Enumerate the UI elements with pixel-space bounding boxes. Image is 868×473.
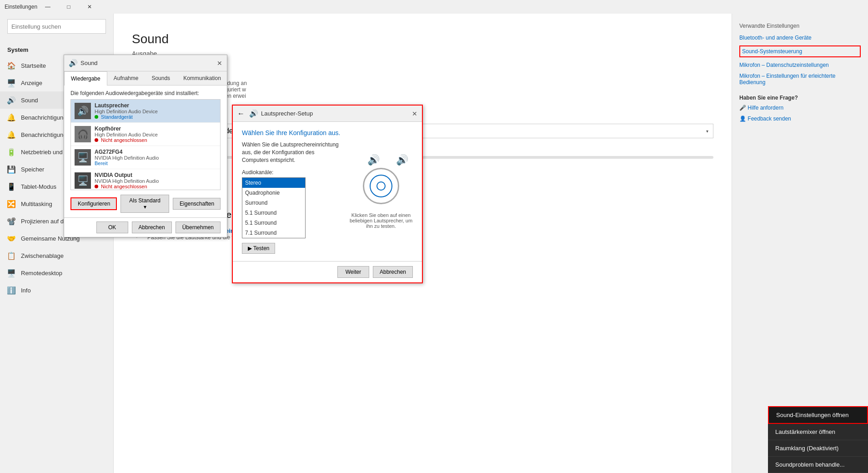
speaker-setup-icon: 🔊 xyxy=(249,109,258,118)
device-item-kopfhoerer[interactable]: 🎧 Kopfhörer High Definition Audio Device… xyxy=(71,123,220,146)
bluetooth-link[interactable]: Bluetooth- und andere Geräte xyxy=(739,35,861,41)
sound-dialog-title: Sound xyxy=(80,60,214,66)
device-sub-ag272: NVIDIA High Definition Audio xyxy=(95,155,216,161)
sound-dialog-tabs: Wiedergabe Aufnahme Sounds Kommunikation xyxy=(64,71,227,86)
feedback-link[interactable]: 👤 Feedback senden xyxy=(739,116,861,122)
info-icon: ℹ️ xyxy=(7,286,15,294)
mikrofon-datenschutz-link[interactable]: Mikrofon – Datenschutzeinstellungen xyxy=(739,62,861,68)
context-item-raumklang[interactable]: Raumklang (Deaktiviert) xyxy=(768,440,868,457)
sidebar-label-speicher: Speicher xyxy=(21,166,44,173)
sound-dialog-titlebar: 🔊 Sound ✕ xyxy=(64,55,227,71)
channel-surround[interactable]: Surround xyxy=(242,198,305,208)
share-icon: 🤝 xyxy=(7,234,15,242)
maximize-button[interactable]: □ xyxy=(58,0,79,14)
test-button[interactable]: ▶ Testen xyxy=(242,243,275,254)
channel-51-surround[interactable]: 5.1 Surround xyxy=(242,218,305,228)
channel-4-surround[interactable]: 5.1 Surround xyxy=(242,208,305,218)
setup-right-panel: 🔊 🔊 Klicken Sie oben auf einen beliebige… xyxy=(349,129,413,254)
question-label: Haben Sie eine Frage? xyxy=(739,95,861,101)
setup-abbrechen-button[interactable]: Abbrechen xyxy=(373,266,413,278)
setup-dialog-footer: Weiter Abbrechen xyxy=(233,261,422,282)
device-list-label: Die folgenden Audiowiedergabegeräte sind… xyxy=(70,90,221,96)
device-item-ag272[interactable]: 🖥️ AG272FG4 NVIDIA High Definition Audio… xyxy=(71,146,220,169)
status-red2-icon xyxy=(95,185,98,188)
channel-71-surround[interactable]: 7.1 Surround xyxy=(242,228,305,238)
context-item-lautstärke[interactable]: Lautstärkemixer öffnen xyxy=(768,424,868,440)
sidebar-label-remote: Remotedesktop xyxy=(21,270,62,277)
device-info-ag272: AG272FG4 NVIDIA High Definition Audio Be… xyxy=(95,149,216,166)
status-green-icon xyxy=(95,115,98,119)
setup-dialog: ← 🔊 Lautsprecher-Setup ✕ Wählen Sie Ihre… xyxy=(232,105,423,283)
sidebar-item-zwischenablage[interactable]: 📋 Zwischenablage xyxy=(0,247,113,264)
speaker-inner-circle xyxy=(370,175,392,197)
storage-icon: 💾 xyxy=(7,165,15,173)
device-item-lautsprecher[interactable]: 🔊 Lautsprecher High Definition Audio Dev… xyxy=(71,100,220,123)
multitasking-icon: 🔀 xyxy=(7,200,15,208)
page-title: Sound xyxy=(132,32,713,46)
tab-kommunikation[interactable]: Kommunikation xyxy=(177,71,228,85)
sidebar-label-tablet: Tablet-Modus xyxy=(21,183,56,190)
device-name-lautsprecher: Lautsprecher xyxy=(95,102,216,109)
device-sub-kopfhoerer: High Definition Audio Device xyxy=(95,132,216,137)
sidebar-label-zwischenablage: Zwischenablage xyxy=(21,252,64,259)
konfigurieren-button[interactable]: Konfigurieren xyxy=(70,197,117,210)
device-info-nvidia1: NVIDIA Output NVIDIA High Definition Aud… xyxy=(95,172,216,189)
weiter-button[interactable]: Weiter xyxy=(337,266,369,278)
tab-wiedergabe[interactable]: Wiedergabe xyxy=(64,71,107,86)
headphone-device-icon: 🎧 xyxy=(75,126,91,142)
channel-quadrophonie[interactable]: Quadrophonie xyxy=(242,188,305,198)
setup-dialog-close-button[interactable]: ✕ xyxy=(412,110,417,117)
speaker-diagram: 🔊 🔊 xyxy=(354,154,408,209)
related-settings-title: Verwandte Einstellungen xyxy=(739,23,861,29)
setup-left-panel: Wählen Sie Ihre Konfiguration aus. Wähle… xyxy=(242,129,342,254)
ok-button[interactable]: OK xyxy=(96,221,128,233)
sound-dialog-close-button[interactable]: ✕ xyxy=(217,60,222,67)
status-red-icon xyxy=(95,138,98,142)
search-input[interactable] xyxy=(7,19,106,34)
home-icon: 🏠 xyxy=(7,61,15,70)
context-item-sound-open[interactable]: Sound-Einstellungen öffnen xyxy=(768,406,868,424)
nvidia-device-icon1: 🖥️ xyxy=(75,172,91,189)
monitor-device-icon: 🖥️ xyxy=(75,149,91,166)
device-list: 🔊 Lautsprecher High Definition Audio Dev… xyxy=(70,99,221,190)
setup-dialog-title: Lautsprecher-Setup xyxy=(261,110,409,117)
device-name-ag272: AG272FG4 xyxy=(95,149,216,155)
mikrofon-erleichtert-link[interactable]: Mikrofon – Einstellungen für erleichtert… xyxy=(739,73,861,86)
tablet-icon: 📱 xyxy=(7,182,15,191)
device-status-lautsprecher: Standardgerät xyxy=(95,114,216,120)
sidebar-item-info[interactable]: ℹ️ Info xyxy=(0,282,113,299)
hilfe-link[interactable]: 🎤 Hilfe anfordern xyxy=(739,105,861,111)
sidebar-label-sound: Sound xyxy=(21,97,38,104)
minimize-button[interactable]: — xyxy=(37,0,58,14)
back-arrow-icon[interactable]: ← xyxy=(237,110,245,118)
device-name-nvidia1: NVIDIA Output xyxy=(95,172,216,178)
sound-dialog-footer: OK Abbrechen Übernehmen xyxy=(64,217,227,237)
display-icon: 🖥️ xyxy=(7,79,15,87)
abbrechen-button[interactable]: Abbrechen xyxy=(132,221,172,233)
device-sub-nvidia1: NVIDIA High Definition Audio xyxy=(95,178,216,184)
titlebar: Einstellungen — □ ✕ xyxy=(0,0,868,14)
speaker-hint: Klicken Sie oben auf einen beliebigen La… xyxy=(349,212,413,229)
speaker-core-circle xyxy=(376,181,386,191)
tab-aufnahme[interactable]: Aufnahme xyxy=(107,71,146,85)
als-standard-button[interactable]: Als Standard ▾ xyxy=(120,195,169,213)
tab-sounds[interactable]: Sounds xyxy=(145,71,177,85)
device-status-ag272: Bereit xyxy=(95,161,216,166)
device-status-nvidia1: Nicht angeschlossen xyxy=(95,184,216,189)
speaker-center-circle xyxy=(363,168,399,204)
sound-systemsteuerung-link[interactable]: Sound-Systemsteuerung xyxy=(739,45,861,57)
channel-stereo[interactable]: Stereo xyxy=(242,178,305,188)
sidebar-item-remote[interactable]: 🖥️ Remotedesktop xyxy=(0,264,113,282)
ubernehmen-button[interactable]: Übernehmen xyxy=(176,221,221,233)
setup-heading: Wählen Sie Ihre Konfiguration aus. xyxy=(242,129,342,136)
eigenschaften-button[interactable]: Eigenschaften xyxy=(173,198,221,210)
context-item-soundproblem[interactable]: Soundproblem behandle... xyxy=(768,457,868,473)
context-menu: Sound-Einstellungen öffnen Lautstärkemix… xyxy=(768,406,868,473)
setup-dialog-titlebar: ← 🔊 Lautsprecher-Setup ✕ xyxy=(233,106,422,122)
sidebar-label-anzeige: Anzeige xyxy=(21,80,42,86)
sound-icon: 🔊 xyxy=(7,96,15,104)
sound-dialog-body: Die folgenden Audiowiedergabegeräte sind… xyxy=(64,86,227,217)
device-item-nvidia1[interactable]: 🖥️ NVIDIA Output NVIDIA High Definition … xyxy=(71,169,220,190)
close-button[interactable]: ✕ xyxy=(79,0,100,14)
sound-icon-small: 🔊 xyxy=(69,59,78,67)
